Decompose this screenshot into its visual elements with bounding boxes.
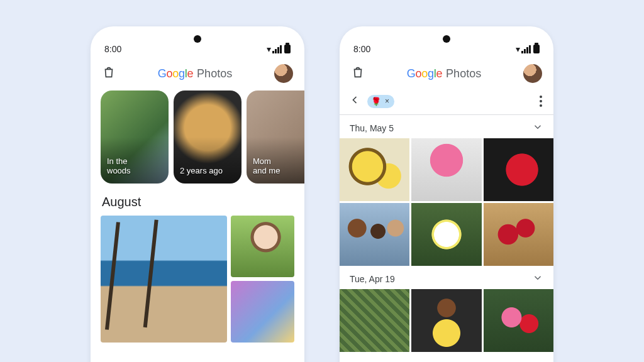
search-row: 🌹 ×: [340, 90, 553, 115]
app-title: Google Photos: [407, 67, 481, 80]
photo-thumbnail[interactable]: [340, 138, 409, 201]
photo-thumbnail[interactable]: [411, 289, 481, 352]
photo-thumbnail[interactable]: [484, 289, 553, 352]
photo-thumbnail[interactable]: [411, 203, 481, 266]
status-time: 8:00: [104, 44, 121, 54]
status-time: 8:00: [353, 44, 370, 54]
date-header[interactable]: Thu, May 5: [340, 115, 553, 138]
rose-icon: 🌹: [371, 97, 381, 106]
memory-card[interactable]: Mom and me: [247, 90, 304, 184]
phone-left: 8:00 ▾ Google Photos In the woods 2 year…: [91, 26, 304, 362]
memory-card[interactable]: In the woods: [101, 90, 169, 184]
memory-label: In the woods: [107, 156, 131, 176]
photo-thumbnail[interactable]: [484, 138, 553, 201]
back-icon[interactable]: [348, 94, 361, 109]
photos-word: Photos: [446, 67, 481, 80]
wifi-icon: ▾: [267, 44, 271, 54]
memory-label: 2 years ago: [180, 166, 223, 176]
chevron-down-icon[interactable]: [532, 121, 543, 134]
chip-close-icon[interactable]: ×: [385, 97, 389, 106]
photo-thumbnail[interactable]: [101, 216, 227, 343]
google-wordmark: Google: [158, 67, 193, 80]
wifi-icon: ▾: [516, 44, 520, 54]
date-label: Thu, May 5: [350, 123, 394, 133]
photos-word: Photos: [197, 67, 232, 80]
app-title: Google Photos: [158, 67, 232, 80]
shop-icon[interactable]: [351, 65, 365, 82]
google-wordmark: Google: [407, 67, 442, 80]
avatar[interactable]: [523, 64, 542, 83]
signal-icon: [272, 45, 282, 53]
app-bar: Google Photos: [340, 60, 553, 90]
photo-thumbnail[interactable]: [484, 203, 553, 266]
avatar[interactable]: [274, 64, 293, 83]
app-bar: Google Photos: [91, 60, 304, 90]
photo-thumbnail[interactable]: [231, 216, 294, 277]
memory-label: Mom and me: [253, 156, 280, 176]
status-bar: 8:00 ▾: [91, 26, 304, 60]
photo-thumbnail[interactable]: [340, 203, 409, 266]
search-chip[interactable]: 🌹 ×: [367, 95, 394, 108]
photo-thumbnail[interactable]: [231, 281, 294, 343]
status-bar: 8:00 ▾: [340, 26, 553, 60]
shop-icon[interactable]: [102, 65, 116, 82]
chevron-down-icon[interactable]: [532, 272, 543, 285]
photo-thumbnail[interactable]: [411, 138, 481, 201]
battery-icon: [284, 45, 291, 53]
status-icons: ▾: [516, 44, 540, 54]
photo-grid: [340, 138, 553, 266]
photo-thumbnail[interactable]: [340, 289, 409, 352]
camera-hole: [443, 35, 450, 43]
memories-row[interactable]: In the woods 2 years ago Mom and me: [91, 90, 304, 184]
signal-icon: [521, 45, 531, 53]
battery-icon: [533, 45, 540, 53]
date-label: Tue, Apr 19: [350, 274, 395, 284]
section-header: August: [91, 184, 304, 216]
photo-grid: [91, 216, 304, 343]
status-icons: ▾: [267, 44, 291, 54]
memory-card[interactable]: 2 years ago: [174, 90, 242, 184]
phone-right: 8:00 ▾ Google Photos 🌹 × Thu, May 5: [340, 26, 553, 362]
date-header[interactable]: Tue, Apr 19: [340, 266, 553, 289]
camera-hole: [194, 35, 201, 43]
more-icon[interactable]: [537, 93, 545, 109]
photo-grid: [340, 289, 553, 352]
